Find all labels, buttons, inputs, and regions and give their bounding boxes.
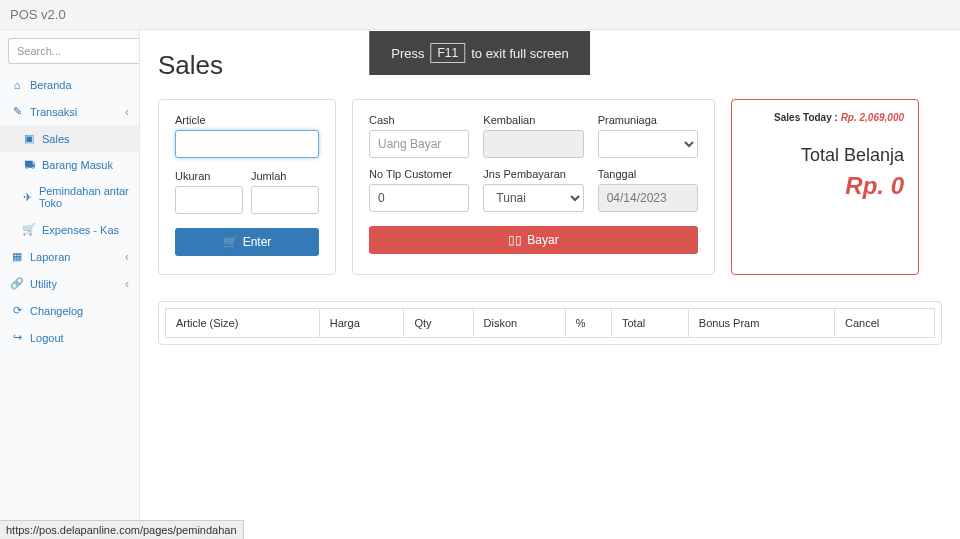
total-belanja-label: Total Belanja: [746, 145, 904, 166]
nav-pemindahan[interactable]: ✈ Pemindahan antar Toko: [0, 178, 139, 216]
link-icon: 🔗: [10, 277, 24, 290]
jumlah-label: Jumlah: [251, 170, 319, 182]
refresh-icon: ⟳: [10, 304, 24, 317]
main-content: Sales Article Ukuran Jumlah: [140, 30, 960, 539]
home-icon: ⌂: [10, 79, 24, 91]
jns-select[interactable]: Tunai: [483, 184, 583, 212]
pramuniaga-select[interactable]: [598, 130, 698, 158]
sales-today-value: Rp. 2,069,000: [841, 112, 904, 123]
nav-barang-masuk[interactable]: ⛟ Barang Masuk: [0, 152, 139, 178]
pramuniaga-label: Pramuniaga: [598, 114, 698, 126]
nav-label: Sales: [42, 133, 70, 145]
ukuran-input[interactable]: [175, 186, 243, 214]
plane-icon: ✈: [22, 191, 33, 204]
col-diskon: Diskon: [473, 309, 565, 338]
kembalian-input: [483, 130, 583, 158]
sales-table: Article (Size) Harga Qty Diskon % Total …: [165, 308, 935, 338]
nav-label: Pemindahan antar Toko: [39, 185, 129, 209]
nav-label: Transaksi: [30, 106, 77, 118]
fullscreen-banner: Press F11 to exit full screen: [369, 31, 590, 75]
sales-today-label: Sales Today :: [774, 112, 838, 123]
nav-beranda[interactable]: ⌂ Beranda: [0, 72, 139, 98]
nav-label: Utility: [30, 278, 57, 290]
nav-utility[interactable]: 🔗 Utility: [0, 270, 139, 297]
app-title: POS v2.0: [10, 7, 66, 22]
col-total: Total: [611, 309, 688, 338]
nav-label: Expenses - Kas: [42, 224, 119, 236]
sidebar: ⌂ Beranda ✎ Transaksi ▣ Sales ⛟ Barang M…: [0, 30, 140, 539]
ukuran-label: Ukuran: [175, 170, 243, 182]
jns-label: Jns Pembayaran: [483, 168, 583, 180]
payment-panel: Cash Kembalian Pramuniaga No Tlp Custome…: [352, 99, 715, 275]
nav-changelog[interactable]: ⟳ Changelog: [0, 297, 139, 324]
col-bonus: Bonus Pram: [688, 309, 834, 338]
logout-icon: ↪: [10, 331, 24, 344]
col-harga: Harga: [319, 309, 404, 338]
app-title-bar: POS v2.0: [0, 0, 960, 30]
status-bar: https://pos.delapanline.com/pages/pemind…: [0, 520, 244, 539]
fullscreen-rest: to exit full screen: [471, 46, 569, 61]
nav-label: Laporan: [30, 251, 70, 263]
edit-icon: ✎: [10, 105, 24, 118]
nav-label: Logout: [30, 332, 64, 344]
money-icon: ▣: [22, 132, 36, 145]
nav-transaksi[interactable]: ✎ Transaksi: [0, 98, 139, 125]
nav-expenses[interactable]: 🛒 Expenses - Kas: [0, 216, 139, 243]
nav-label: Changelog: [30, 305, 83, 317]
notlp-input[interactable]: [369, 184, 469, 212]
enter-button-label: Enter: [243, 235, 272, 249]
fullscreen-key: F11: [431, 43, 466, 63]
nav-label: Barang Masuk: [42, 159, 113, 171]
jumlah-input[interactable]: [251, 186, 319, 214]
search-input[interactable]: [8, 38, 140, 64]
cash-label: Cash: [369, 114, 469, 126]
col-cancel: Cancel: [834, 309, 934, 338]
bayar-button[interactable]: ▯▯ Bayar: [369, 226, 698, 254]
fullscreen-press: Press: [391, 46, 424, 61]
total-panel: Sales Today : Rp. 2,069,000 Total Belanj…: [731, 99, 919, 275]
bayar-button-label: Bayar: [527, 233, 558, 247]
sales-table-wrap: Article (Size) Harga Qty Diskon % Total …: [158, 301, 942, 345]
nav-laporan[interactable]: ▦ Laporan: [0, 243, 139, 270]
tanggal-label: Tanggal: [598, 168, 698, 180]
col-article: Article (Size): [166, 309, 320, 338]
cash-input[interactable]: [369, 130, 469, 158]
notlp-label: No Tlp Customer: [369, 168, 469, 180]
total-belanja-value: Rp. 0: [746, 172, 904, 200]
nav-sales[interactable]: ▣ Sales: [0, 125, 139, 152]
money-icon: ▯▯: [508, 233, 522, 247]
cart-icon: 🛒: [223, 235, 238, 249]
cart-icon: 🛒: [22, 223, 36, 236]
article-input[interactable]: [175, 130, 319, 158]
article-panel: Article Ukuran Jumlah 🛒 Enter: [158, 99, 336, 275]
tanggal-input: [598, 184, 698, 212]
col-qty: Qty: [404, 309, 473, 338]
nav-label: Beranda: [30, 79, 72, 91]
col-pct: %: [565, 309, 611, 338]
truck-icon: ⛟: [22, 159, 36, 171]
th-icon: ▦: [10, 250, 24, 263]
kembalian-label: Kembalian: [483, 114, 583, 126]
enter-button[interactable]: 🛒 Enter: [175, 228, 319, 256]
nav-logout[interactable]: ↪ Logout: [0, 324, 139, 351]
sales-today: Sales Today : Rp. 2,069,000: [746, 112, 904, 123]
article-label: Article: [175, 114, 319, 126]
